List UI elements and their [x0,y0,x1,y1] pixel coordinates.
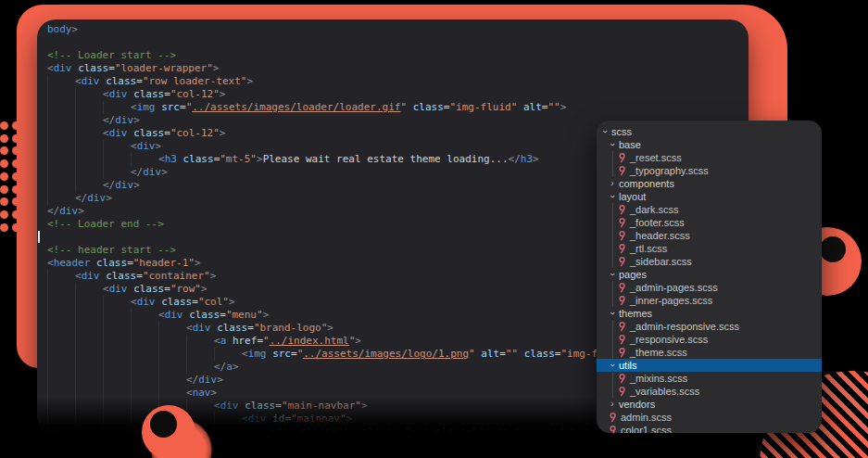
code-token: = [180,101,186,113]
code-line-4[interactable]: <div class="loader-wrapper"> [47,62,748,75]
code-token: < [75,270,82,282]
tree-folder-pages[interactable]: ›pages [597,268,822,281]
sass-file-icon [617,205,627,215]
chevron-right-icon[interactable]: › [608,400,617,409]
tree-folder-vendors[interactable]: ›vendors [597,398,822,411]
code-token: < [186,322,193,334]
tree-item-label: _mixins.scss [630,373,687,384]
code-token: = [192,296,198,308]
code-token: "" [506,348,518,360]
tree-folder-themes[interactable]: ›themes [597,307,822,320]
code-token: "row loader-text" [143,75,247,87]
code-token: ../index.html [270,335,349,347]
tree-item-label: _rtl.scss [630,243,667,254]
tree-file--theme-scss[interactable]: _theme.scss [597,346,822,359]
tree-file-admin-scss[interactable]: admin.scss [597,411,822,424]
indent-guide [186,335,214,348]
code-token: </ [47,205,59,217]
code-token: div [82,270,100,282]
code-token: "container" [143,270,210,282]
code-token: div [54,62,72,74]
chevron-down-icon[interactable]: › [600,127,610,136]
chevron-down-icon[interactable]: › [608,361,617,370]
indent-guide [103,335,131,348]
indent-guide [47,335,75,348]
code-token: ../assets/images/logo/1.png [303,348,469,360]
tree-folder-utils[interactable]: ›utils [597,359,822,372]
tree-file--admin-responsive-scss[interactable]: _admin-responsive.scss [597,320,822,333]
sass-file-icon [617,335,627,345]
sass-file-icon [617,283,627,293]
code-token: </ [75,192,87,204]
tree-file--responsive-scss[interactable]: _responsive.scss [597,333,822,346]
code-line-3[interactable]: <!-- Loader start --> [47,49,748,62]
indent-guide [47,283,75,296]
tree-file--footer-scss[interactable]: _footer.scss [597,216,822,229]
indent-guide [158,322,186,335]
code-token: = [247,322,254,334]
code-token: < [131,140,137,152]
chevron-down-icon[interactable]: › [608,140,617,149]
tree-file-color1-scss[interactable]: color1.scss [597,424,822,433]
tree-file--dark-scss[interactable]: _dark.scss [597,203,822,216]
indent-guide [158,374,186,387]
indent-guide [131,153,158,166]
code-token: body [47,23,72,35]
code-token: div [109,88,128,100]
code-line-5[interactable]: <div class="row loader-text"> [47,75,748,88]
tree-file--rtl-scss[interactable]: _rtl.scss [597,242,822,255]
code-token: " [263,335,270,347]
code-token: = [257,335,263,347]
chevron-down-icon[interactable]: › [608,270,617,279]
tree-item-label: _admin-responsive.scss [630,321,739,332]
code-token: > [201,283,208,295]
code-token: src [161,101,180,113]
code-line-2[interactable] [47,36,748,49]
tree-folder-scss[interactable]: ›scss [597,125,822,138]
tree-file--reset-scss[interactable]: _reset.scss [597,151,822,164]
tree-folder-layout[interactable]: ›layout [597,190,822,203]
code-line-7[interactable]: <img src="../assets/images/loader/loader… [47,101,748,114]
tree-file--header-scss[interactable]: _header.scss [597,229,822,242]
code-token: div [109,283,128,295]
tree-folder-base[interactable]: ›base [597,138,822,151]
tree-file--admin-pages-scss[interactable]: _admin-pages.scss [597,281,822,294]
code-token: < [131,101,137,113]
dot-decoration [12,210,20,219]
tree-file--mixins-scss[interactable]: _mixins.scss [597,372,822,385]
code-token: header [54,257,91,269]
tree-file--typography-scss[interactable]: _typography.scss [597,164,822,177]
indent-guide [75,283,103,296]
tree-folder-components[interactable]: ›components [597,177,822,190]
indent-guide [75,179,103,192]
sass-file-icon [608,413,618,423]
code-token: div [165,309,183,321]
chevron-down-icon[interactable]: › [608,192,617,201]
code-token: <!-- Loader start --> [47,49,176,61]
text-cursor [38,231,40,243]
code-token: = [164,127,170,139]
code-token: "col" [198,296,229,308]
code-token [177,153,183,165]
code-token: "header-1" [133,257,195,269]
indent-guide [214,348,242,361]
sass-file-icon [617,244,627,254]
chevron-right-icon[interactable]: › [608,179,617,188]
sass-file-icon [617,166,627,176]
indent-guide [75,322,103,335]
code-line-6[interactable]: <div class="col-12"> [47,88,748,101]
dot-decoration [12,172,20,181]
tree-file--inner-pages-scss[interactable]: _inner-pages.scss [597,294,822,307]
code-token: "loader-wrapper" [115,62,213,74]
indent-guide [186,361,214,374]
code-token: class [413,101,444,113]
indent-guide [47,75,75,88]
code-token: = [127,257,133,269]
code-token: = [108,62,115,74]
tree-file--sidebar-scss[interactable]: _sidebar.scss [597,255,822,268]
chevron-down-icon[interactable]: › [608,309,617,318]
code-line-1[interactable]: body> [47,23,748,36]
code-token: </ [214,361,226,373]
dot-decoration [0,210,8,219]
tree-file--variables-scss[interactable]: _variables.scss [597,385,822,398]
